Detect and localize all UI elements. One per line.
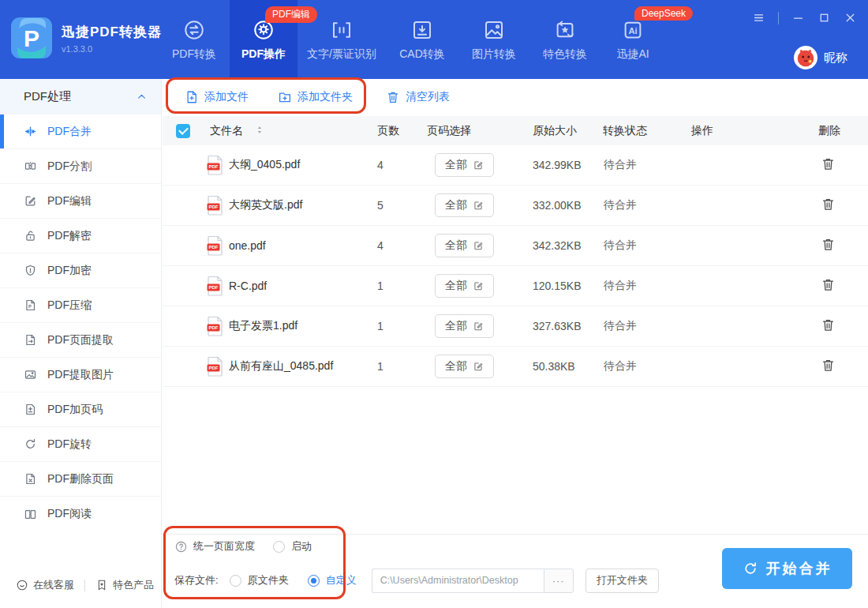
- sidebar-item-pdf-encrypt[interactable]: PDF加密: [0, 253, 161, 288]
- menu-hamburger-icon[interactable]: [752, 11, 765, 24]
- featured-products-link[interactable]: 特色产品: [95, 578, 154, 592]
- page-range-button[interactable]: 全部: [435, 314, 494, 338]
- column-delete: 删除: [818, 124, 840, 138]
- page-count: 1: [377, 320, 383, 332]
- window-controls-divider: [778, 12, 779, 24]
- tab-special-convert[interactable]: 特色转换: [529, 0, 600, 79]
- add-folder-button[interactable]: 添加文件夹: [278, 90, 353, 104]
- file-size: 50.38KB: [533, 360, 575, 373]
- launch-radio[interactable]: [273, 541, 285, 553]
- maximize-icon[interactable]: [817, 11, 831, 24]
- sidebar-item-pdf-rotate[interactable]: PDF旋转: [0, 427, 161, 462]
- sidebar-item-pdf-decrypt[interactable]: PDF解密: [0, 219, 161, 253]
- merge-icon: [24, 125, 37, 138]
- sidebar-item-pdf-extract-image[interactable]: PDF提取图片: [0, 358, 161, 392]
- page-count: 4: [377, 239, 383, 252]
- delete-row-button[interactable]: [821, 156, 836, 175]
- user-account[interactable]: 昵称: [794, 46, 847, 69]
- page-range-button[interactable]: 全部: [435, 234, 494, 257]
- delete-row-button[interactable]: [821, 197, 836, 215]
- options-row-2: 保存文件: 原文件夹 自定义 ··· 打开文件夹: [163, 568, 659, 593]
- main-panel: 添加文件 添加文件夹 清空列表 文件名 页数 页码选择 原始大小 转换状态 操作…: [163, 79, 868, 608]
- footer-divider: [84, 580, 85, 591]
- tab-pdf-convert[interactable]: PDF转换: [162, 0, 226, 79]
- column-pages: 页数: [377, 124, 399, 138]
- minimize-icon[interactable]: [791, 11, 805, 24]
- page-range-button[interactable]: 全部: [435, 274, 494, 298]
- clear-list-button[interactable]: 清空列表: [386, 90, 450, 104]
- tab-cad-convert[interactable]: CAD转换: [386, 0, 458, 79]
- deepseek-badge: DeepSeek: [634, 6, 693, 21]
- pdf-file-icon: [207, 316, 224, 336]
- sidebar-item-pdf-page-extract[interactable]: PDF页面提取: [0, 323, 161, 358]
- tab-ai[interactable]: DeepSeek 迅捷AI: [600, 0, 665, 79]
- app-title: 迅捷PDF转换器: [62, 23, 162, 41]
- page-count: 5: [377, 199, 383, 212]
- file-size: 332.00KB: [533, 199, 582, 212]
- trash-icon: [821, 237, 836, 253]
- convert-status: 待合并: [604, 279, 637, 293]
- shield-lock-icon: [24, 264, 37, 277]
- app-logo: [11, 17, 52, 58]
- refresh-icon: [743, 561, 758, 576]
- sidebar-item-pdf-merge[interactable]: PDF合并: [0, 114, 161, 149]
- folder-plus-icon: [278, 90, 292, 104]
- table-row: 电子发票1.pdf 1 全部 327.63KB 待合并: [163, 306, 868, 347]
- original-folder-radio[interactable]: [230, 575, 241, 587]
- top-navigation: PDF转换 PDF编辑 PDF操作 文字/票证识别 CAD转换 图片转换: [162, 0, 665, 79]
- table-row: 大纲_0405.pdf 4 全部 342.99KB 待合并: [163, 145, 868, 186]
- browse-folder-button[interactable]: ···: [544, 569, 574, 593]
- delete-row-button[interactable]: [821, 277, 836, 295]
- edit-pages-icon: [473, 361, 484, 372]
- table-row: 大纲英文版.pdf 5 全部 332.00KB 待合并: [163, 186, 868, 226]
- sidebar-item-pdf-split[interactable]: PDF分割: [0, 149, 161, 184]
- tab-image-convert[interactable]: 图片转换: [458, 0, 529, 79]
- pdf-file-icon: [207, 235, 224, 256]
- file-size: 120.15KB: [533, 280, 582, 292]
- file-name: 大纲_0405.pdf: [229, 158, 300, 172]
- help-icon[interactable]: [174, 540, 188, 554]
- edit-icon: [24, 194, 37, 208]
- page-range-button[interactable]: 全部: [435, 355, 494, 378]
- pdf-file-icon: [207, 276, 224, 296]
- sort-icon[interactable]: [255, 124, 264, 137]
- page-extract-icon: [24, 333, 37, 347]
- bottom-divider: [163, 534, 868, 535]
- tab-ocr[interactable]: 文字/票证识别: [297, 0, 386, 79]
- ai-icon: [621, 18, 645, 42]
- app-brand: 迅捷PDF转换器 v1.3.3.0: [11, 17, 162, 58]
- file-toolbar: 添加文件 添加文件夹 清空列表: [163, 79, 450, 115]
- image-icon: [482, 18, 506, 42]
- convert-status: 待合并: [604, 198, 637, 212]
- sidebar-item-pdf-edit[interactable]: PDF编辑: [0, 184, 161, 219]
- trash-icon: [386, 90, 400, 104]
- sidebar-item-pdf-delete-page[interactable]: PDF删除页面: [0, 462, 161, 497]
- sidebar-group-pdf-processing[interactable]: PDF处理: [0, 79, 161, 114]
- online-support-link[interactable]: 在线客服: [16, 578, 74, 592]
- compress-doc-icon: [24, 298, 37, 312]
- sidebar-item-pdf-compress[interactable]: PDF压缩: [0, 288, 161, 323]
- sidebar-item-pdf-add-page-number[interactable]: PDF加页码: [0, 392, 161, 427]
- custom-folder-radio[interactable]: [308, 575, 320, 587]
- delete-row-button[interactable]: [821, 358, 836, 376]
- custom-folder-label: 自定义: [326, 573, 357, 587]
- app-version: v1.3.3.0: [62, 44, 162, 54]
- close-icon[interactable]: [844, 11, 857, 24]
- pdf-file-icon: [207, 356, 224, 377]
- column-size: 原始大小: [533, 124, 577, 138]
- open-book-icon: [24, 508, 37, 521]
- sidebar-item-pdf-read[interactable]: PDF阅读: [0, 497, 161, 531]
- file-name: 电子发票1.pdf: [229, 319, 297, 333]
- page-range-button[interactable]: 全部: [435, 153, 494, 177]
- app-window: 迅捷PDF转换器 v1.3.3.0 PDF转换 PDF编辑 PDF操作 文字/票…: [0, 0, 868, 608]
- trash-icon: [821, 197, 836, 212]
- open-folder-button[interactable]: 打开文件夹: [586, 569, 659, 593]
- add-file-button[interactable]: 添加文件: [185, 90, 249, 104]
- start-merge-button[interactable]: 开始合并: [722, 548, 852, 589]
- delete-row-button[interactable]: [821, 317, 836, 336]
- file-name: 大纲英文版.pdf: [229, 198, 302, 212]
- save-path-input[interactable]: [372, 569, 544, 593]
- page-range-button[interactable]: 全部: [435, 193, 494, 217]
- tab-pdf-operate[interactable]: PDF编辑 PDF操作: [230, 0, 297, 79]
- delete-row-button[interactable]: [821, 237, 836, 255]
